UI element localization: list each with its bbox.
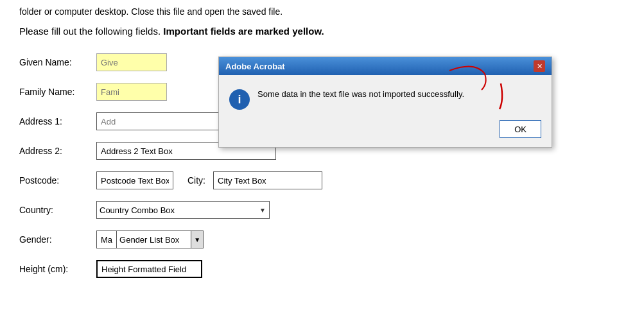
top-text: folder or computer desktop. Close this f… bbox=[19, 6, 625, 17]
gender-wrapper: Ma Gender List Box ▼ bbox=[96, 230, 204, 248]
family-name-input[interactable] bbox=[96, 83, 167, 101]
height-input[interactable] bbox=[96, 260, 202, 278]
country-field: Country Combo Box bbox=[96, 201, 270, 219]
family-name-field bbox=[96, 83, 167, 101]
address2-label: Address 2: bbox=[19, 146, 96, 156]
dialog-titlebar: Adobe Acrobat ✕ bbox=[219, 57, 552, 75]
gender-label: Gender: bbox=[19, 234, 96, 245]
height-field bbox=[96, 260, 202, 278]
info-icon: i bbox=[229, 89, 250, 110]
dialog-ok-button[interactable]: OK bbox=[500, 120, 541, 138]
page-content: folder or computer desktop. Close this f… bbox=[0, 0, 644, 300]
country-label: Country: bbox=[19, 205, 96, 215]
adobe-acrobat-dialog: Adobe Acrobat ✕ i Some data in the text … bbox=[218, 56, 552, 148]
given-name-label: Given Name: bbox=[19, 57, 96, 67]
gender-list-box[interactable]: Gender List Box bbox=[116, 230, 191, 248]
dialog-footer: OK bbox=[219, 120, 552, 147]
postcode-input[interactable] bbox=[96, 171, 173, 189]
country-row: Country: Country Combo Box bbox=[19, 198, 625, 221]
given-name-field bbox=[96, 53, 167, 71]
dialog-message: Some data in the text file was not impor… bbox=[257, 88, 541, 101]
given-name-input[interactable] bbox=[96, 53, 167, 71]
dialog-body: i Some data in the text file was not imp… bbox=[219, 75, 552, 120]
postcode-city-field: City: bbox=[96, 171, 322, 189]
height-row: Height (cm): bbox=[19, 257, 625, 281]
country-combo[interactable]: Country Combo Box bbox=[96, 201, 270, 219]
postcode-city-row: Postcode: City: bbox=[19, 169, 625, 192]
important-note: Important fields are marked yellow. bbox=[163, 26, 324, 37]
gender-arrow[interactable]: ▼ bbox=[191, 230, 204, 248]
dialog-title: Adobe Acrobat bbox=[225, 62, 285, 71]
gender-row: Gender: Ma Gender List Box ▼ bbox=[19, 228, 625, 251]
city-input[interactable] bbox=[213, 171, 322, 189]
country-combo-wrapper: Country Combo Box bbox=[96, 201, 270, 219]
gender-field: Ma Gender List Box ▼ bbox=[96, 230, 204, 248]
gender-prefix: Ma bbox=[96, 230, 116, 248]
height-label: Height (cm): bbox=[19, 264, 96, 274]
dialog-close-button[interactable]: ✕ bbox=[534, 60, 545, 72]
intro-text: Please fill out the following fields. Im… bbox=[19, 26, 625, 37]
address1-label: Address 1: bbox=[19, 116, 96, 126]
city-label: City: bbox=[187, 175, 205, 186]
family-name-label: Family Name: bbox=[19, 87, 96, 97]
postcode-label: Postcode: bbox=[19, 175, 96, 186]
